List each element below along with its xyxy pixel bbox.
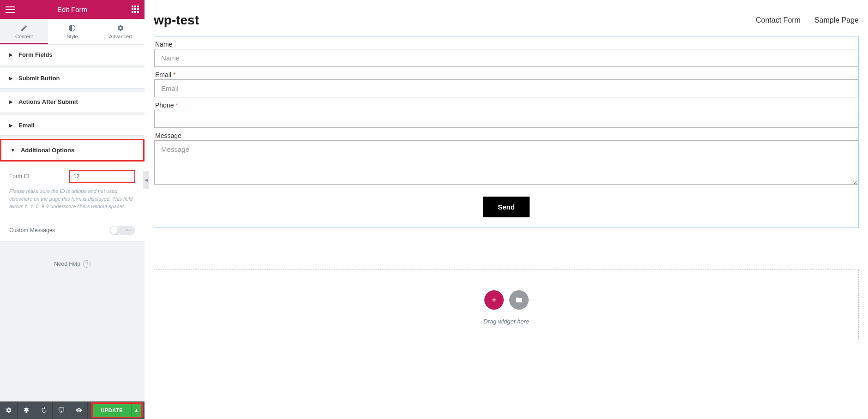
nav-menu: Contact Form Sample Page [756, 16, 859, 24]
site-header: wp-test Contact Form Sample Page [154, 0, 859, 36]
section-email[interactable]: ▶ Email [0, 115, 145, 136]
help-icon: ? [83, 260, 90, 268]
message-input[interactable] [154, 140, 858, 185]
required-mark: * [173, 71, 175, 78]
need-help-link[interactable]: Need Help ? [0, 242, 145, 286]
field-label-message: Message [154, 130, 858, 140]
need-help-label: Need Help [54, 261, 80, 267]
preview-area: wp-test Contact Form Sample Page Name Em… [145, 0, 868, 419]
section-label: Submit Button [18, 75, 60, 82]
field-label-name: Name [154, 38, 858, 49]
field-label-phone: Phone * [154, 99, 858, 110]
sidebar-header: Edit Form [0, 0, 145, 19]
nav-link-sample-page[interactable]: Sample Page [814, 16, 859, 24]
caret-right-icon: ▶ [9, 52, 13, 57]
sidebar-footer: UPDATE ▲ [0, 401, 145, 419]
section-actions-after-submit[interactable]: ▶ Actions After Submit [0, 92, 145, 112]
section-label: Actions After Submit [18, 98, 78, 105]
gear-icon [96, 24, 145, 32]
caret-down-icon: ▼ [11, 148, 15, 153]
form-widget[interactable]: Name Email * Phone * Message Send [154, 36, 859, 228]
folder-icon [515, 296, 523, 304]
caret-right-icon: ▶ [9, 99, 13, 104]
section-form-fields[interactable]: ▶ Form Fields [0, 45, 145, 65]
update-button[interactable]: UPDATE [93, 404, 131, 417]
pencil-icon [0, 24, 48, 32]
tab-content[interactable]: Content [0, 19, 48, 44]
field-label-email: Email * [154, 69, 858, 79]
form-id-input[interactable] [69, 170, 135, 183]
section-additional-options[interactable]: ▼ Additional Options [0, 139, 145, 162]
plus-icon [490, 296, 498, 304]
toggle-knob [110, 227, 118, 234]
required-mark: * [175, 102, 178, 109]
email-input[interactable] [154, 79, 858, 97]
form-id-label: Form ID [9, 173, 29, 180]
site-title: wp-test [154, 13, 199, 28]
name-input[interactable] [154, 49, 858, 67]
tab-style[interactable]: Style [48, 19, 96, 44]
tab-label: Content [15, 34, 33, 39]
custom-messages-row: Custom Messages NO [0, 219, 145, 242]
menu-icon[interactable] [6, 5, 15, 15]
tab-label: Style [66, 34, 78, 39]
settings-icon[interactable] [0, 401, 18, 419]
tab-label: Advanced [109, 34, 132, 39]
collapse-sidebar-handle[interactable]: ◀ [143, 171, 149, 189]
send-button[interactable]: Send [483, 197, 530, 217]
field-message: Message [154, 128, 858, 186]
form-id-row: Form ID [9, 170, 135, 183]
responsive-icon[interactable] [53, 401, 70, 419]
caret-right-icon: ▶ [9, 76, 13, 81]
drop-hint: Drag widget here [154, 318, 858, 325]
submit-row: Send [154, 186, 858, 227]
update-options-button[interactable]: ▲ [131, 404, 141, 417]
history-icon[interactable] [35, 401, 53, 419]
preview-icon[interactable] [70, 401, 88, 419]
section-submit-button[interactable]: ▶ Submit Button [0, 68, 145, 89]
additional-options-body: Form ID Please make sure the ID is uniqu… [0, 162, 145, 219]
contrast-icon [48, 24, 96, 32]
field-name: Name [154, 36, 858, 67]
section-label: Email [18, 122, 35, 129]
nav-link-contact-form[interactable]: Contact Form [756, 16, 801, 24]
section-label: Form Fields [18, 51, 53, 58]
editor-tabs: Content Style Advanced [0, 19, 145, 45]
drop-zone[interactable]: Drag widget here [154, 269, 859, 339]
toggle-state: NO [126, 228, 132, 232]
add-template-button[interactable] [509, 290, 529, 310]
phone-input[interactable] [154, 110, 858, 128]
custom-messages-label: Custom Messages [9, 227, 55, 233]
editor-sidebar: Edit Form Content Style Advanced ▶ Form … [0, 0, 145, 419]
drop-zone-actions [154, 290, 858, 310]
widgets-grid-icon[interactable] [132, 6, 139, 13]
field-email: Email * [154, 67, 858, 97]
sidebar-title: Edit Form [57, 6, 87, 13]
section-label: Additional Options [21, 147, 74, 154]
custom-messages-toggle[interactable]: NO [109, 226, 135, 235]
add-section-button[interactable] [484, 290, 504, 310]
navigator-icon[interactable] [18, 401, 35, 419]
caret-right-icon: ▶ [9, 123, 13, 128]
tab-advanced[interactable]: Advanced [96, 19, 145, 44]
form-id-help: Please make sure the ID is unique and no… [9, 187, 135, 210]
field-phone: Phone * [154, 97, 858, 128]
update-button-wrap: UPDATE ▲ [91, 402, 143, 418]
